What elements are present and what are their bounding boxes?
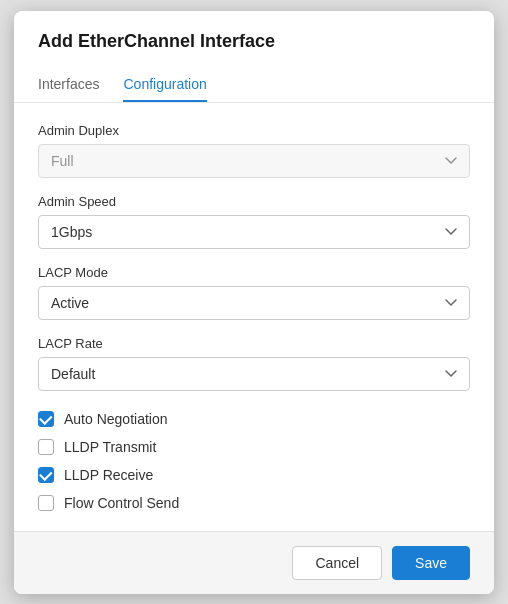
- lacp-mode-group: LACP Mode Active Passive On: [38, 265, 470, 320]
- lldp-transmit-label: LLDP Transmit: [64, 439, 156, 455]
- checkbox-flow-control-send[interactable]: Flow Control Send: [38, 495, 470, 511]
- dialog-body: Admin Duplex Full Half Auto Admin Speed …: [14, 103, 494, 531]
- tabs: Interfaces Configuration: [38, 68, 470, 102]
- lacp-rate-group: LACP Rate Default Fast Slow: [38, 336, 470, 391]
- dialog-header: Add EtherChannel Interface Interfaces Co…: [14, 11, 494, 103]
- flow-control-send-label: Flow Control Send: [64, 495, 179, 511]
- lldp-transmit-checkbox[interactable]: [38, 439, 54, 455]
- flow-control-send-checkbox[interactable]: [38, 495, 54, 511]
- dialog-footer: Cancel Save: [14, 531, 494, 594]
- lacp-rate-label: LACP Rate: [38, 336, 470, 351]
- checkbox-lldp-transmit[interactable]: LLDP Transmit: [38, 439, 470, 455]
- admin-duplex-select[interactable]: Full Half Auto: [38, 144, 470, 178]
- admin-duplex-group: Admin Duplex Full Half Auto: [38, 123, 470, 178]
- auto-negotiation-checkbox[interactable]: [38, 411, 54, 427]
- tab-configuration[interactable]: Configuration: [123, 68, 206, 102]
- auto-negotiation-label: Auto Negotiation: [64, 411, 168, 427]
- lacp-mode-select[interactable]: Active Passive On: [38, 286, 470, 320]
- checkbox-lldp-receive[interactable]: LLDP Receive: [38, 467, 470, 483]
- lldp-receive-checkbox[interactable]: [38, 467, 54, 483]
- lacp-rate-select[interactable]: Default Fast Slow: [38, 357, 470, 391]
- admin-duplex-label: Admin Duplex: [38, 123, 470, 138]
- cancel-button[interactable]: Cancel: [292, 546, 382, 580]
- checkbox-auto-negotiation[interactable]: Auto Negotiation: [38, 411, 470, 427]
- lacp-mode-label: LACP Mode: [38, 265, 470, 280]
- dialog-title: Add EtherChannel Interface: [38, 31, 470, 52]
- checkboxes-group: Auto Negotiation LLDP Transmit LLDP Rece…: [38, 411, 470, 511]
- admin-speed-group: Admin Speed 1Gbps 100Mbps 10Mbps Auto: [38, 194, 470, 249]
- admin-speed-select[interactable]: 1Gbps 100Mbps 10Mbps Auto: [38, 215, 470, 249]
- lldp-receive-label: LLDP Receive: [64, 467, 153, 483]
- save-button[interactable]: Save: [392, 546, 470, 580]
- tab-interfaces[interactable]: Interfaces: [38, 68, 99, 102]
- add-etherchannel-dialog: Add EtherChannel Interface Interfaces Co…: [14, 11, 494, 594]
- admin-speed-label: Admin Speed: [38, 194, 470, 209]
